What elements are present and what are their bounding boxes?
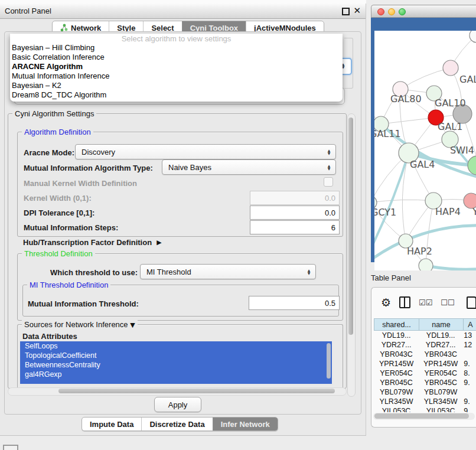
table-panel-window: ⚙ ☑☑ ☐☐ shared...nameA YDL19...YDL19...1… [371,287,476,428]
dpi-tolerance-value: 0.0 [325,208,335,217]
kernel-width-field: 0.0 [250,191,340,205]
cyni-bottom-tabbar: Impute DataDiscretize DataInfer Network [81,417,278,431]
network-canvas[interactable]: GALGAL80GAL10GAL1GAL11GAL4SWI4GCY1HAP4YH… [374,31,476,270]
attribute-topologicalcoefficient[interactable]: TopologicalCoefficient [20,351,332,360]
settings-gear-icon[interactable]: ⚙ [381,297,391,308]
hub-definition-expander[interactable]: Hub/Transcription Factor Definition ▶ [23,238,162,247]
window-title: Control Panel [5,6,51,15]
algorithm-dropdown: Select algorithm to view settings Bayesi… [10,34,343,102]
close-traffic-light-icon[interactable] [377,8,384,15]
mi-steps-field[interactable]: 6 [250,220,340,234]
node-label-gal-cut: GAL [459,74,476,85]
attributes-scrollbar[interactable] [327,343,331,379]
attribute-betweennesscentrality[interactable]: BetweennessCentrality [20,360,332,370]
minimize-traffic-light-icon[interactable] [388,8,395,15]
mi-threshold-field[interactable]: 0.5 [249,296,340,310]
table-cell: YIL053C [374,407,419,412]
algorithm-definition-group: Algorithm Definition Aracne Mode: Discov… [17,132,343,237]
network-node-gal-cut[interactable] [443,60,458,76]
mi-threshold-group-title: MI Threshold Definition [27,281,110,289]
table-row[interactable]: YBR043CYBR043C [374,350,476,359]
combo-arrows-icon: ▲▼ [324,149,334,155]
node-label-hap2: HAP2 [407,246,432,257]
column-header-a[interactable]: A [464,318,476,331]
table-cell: 9. [462,397,476,406]
network-edge [400,68,451,89]
dpi-tolerance-field[interactable]: 0.0 [250,206,340,220]
columns-layout-icon[interactable] [399,296,410,308]
tab-infer-network-label: Infer Network [221,420,270,429]
expand-right-icon: ▶ [157,239,161,246]
table-row[interactable]: YIL053CYIL053C9 [374,406,476,412]
menu-item-dream8-dc-tdc-algorithm[interactable]: Dream8 DC_TDC Algorithm [10,90,343,100]
table-cell: YBR043C [374,350,419,358]
table-row[interactable]: YBL079WYBL079W [374,387,476,397]
function-builder-icon[interactable] [467,296,476,309]
which-threshold-label: Which threshold to use: [50,268,138,277]
menu-item-basic-correlation-inference[interactable]: Basic Correlation Inference [10,53,343,62]
manual-kernel-checkbox[interactable] [324,177,333,187]
table-toolbar: ⚙ ☑☑ ☐☐ [371,288,476,317]
float-window-icon[interactable] [342,8,350,15]
table-horizontal-scrollbar[interactable] [373,413,475,420]
kernel-width-label: Kernel Width (0,1): [24,194,92,203]
column-header-shared[interactable]: shared... [374,318,419,331]
table-cell: YIL053C [419,407,462,412]
menu-item-bayesian-hill-climbing[interactable]: Bayesian – Hill Climbing [10,43,343,53]
mi-type-select[interactable]: Naive Bayes ▲▼ [162,159,336,175]
table-row[interactable]: YPR145WYPR145W9. [374,359,476,369]
table-row[interactable]: YDL19...YDL19...13 [374,331,476,340]
combo-arrows-icon: ▲▼ [324,164,334,170]
menu-item-mutual-information-inference[interactable]: Mutual Information Inference [10,71,343,81]
tab-impute-data[interactable]: Impute Data [82,418,141,431]
collapse-down-icon: ▼ [130,321,135,329]
tab-infer-network[interactable]: Infer Network [213,418,278,431]
menu-item-bayesian-k2[interactable]: Bayesian – K2 [10,81,343,90]
mi-threshold-group: MI Threshold Definition Mutual Informati… [22,285,339,317]
data-attributes-list[interactable]: SelfLoopsTopologicalCoefficientBetweenne… [20,341,332,384]
table-panel-title: Table Panel [371,273,411,282]
network-graph: GALGAL80GAL10GAL1GAL11GAL4SWI4GCY1HAP4YH… [374,31,476,270]
settings-horizontal-scrollbar[interactable] [8,387,347,396]
sources-group: Sources for Network Inference ▼ Data Att… [17,324,343,389]
table-row[interactable]: YLR345WYLR345W9. [374,397,476,406]
select-all-checkboxes-icon[interactable]: ☑☑ [419,298,432,307]
close-icon[interactable]: ✕ [353,5,361,17]
table-row[interactable]: YER054CYER054C8. [374,369,476,378]
mi-steps-value: 6 [331,223,335,232]
network-node-node-bot[interactable] [419,259,433,270]
table-cell: YBR045C [419,379,462,387]
attribute-gal4rgexp[interactable]: gal4RGexp [20,370,332,379]
table-row[interactable]: YDR27...YDR27...12 [374,340,476,350]
table-cell: 9 [462,407,476,412]
mi-type-value: Naive Bayes [162,163,324,172]
table-cell: 8. [462,369,476,377]
table-cell: 9. [462,379,476,387]
algorithm-dropdown-placeholder: Select algorithm to view settings [10,34,343,43]
table-cell: YPR145W [419,360,462,368]
table-cell: 13 [462,331,476,340]
menu-item-aracne-algorithm[interactable]: ARACNE Algorithm [10,62,343,71]
node-label-y-node: Y [472,206,476,217]
tab-discretize-data[interactable]: Discretize Data [141,418,212,431]
settings-vertical-scrollbar[interactable] [347,113,356,397]
collapsed-panel-button[interactable] [3,445,18,450]
aracne-mode-select[interactable]: Discovery ▲▼ [75,144,336,159]
network-node-swi4[interactable] [468,156,476,175]
which-threshold-select[interactable]: MI Threshold ▲▼ [140,264,316,279]
node-label-gal11: GAL11 [374,128,401,139]
table-row[interactable]: YBR045CYBR045C9. [374,378,476,387]
column-header-name[interactable]: name [419,318,464,331]
sources-group-title[interactable]: Sources for Network Inference ▼ [22,320,138,329]
aracne-mode-value: Discovery [76,148,324,156]
network-window-titlebar[interactable] [371,5,476,18]
threshold-definition-title: Threshold Definition [22,249,95,258]
zoom-traffic-light-icon[interactable] [399,8,406,15]
data-attributes-label: Data Attributes [22,332,77,341]
attribute-selfloops[interactable]: SelfLoops [20,341,332,351]
clear-checkboxes-icon[interactable]: ☐☐ [441,298,454,307]
apply-button[interactable]: Apply [154,397,201,412]
algorithm-definition-title: Algorithm Definition [22,128,93,136]
mi-threshold-label: Mutual Information Threshold: [28,299,139,308]
algorithm-dropdown-list: Bayesian – Hill ClimbingBasic Correlatio… [10,43,343,100]
